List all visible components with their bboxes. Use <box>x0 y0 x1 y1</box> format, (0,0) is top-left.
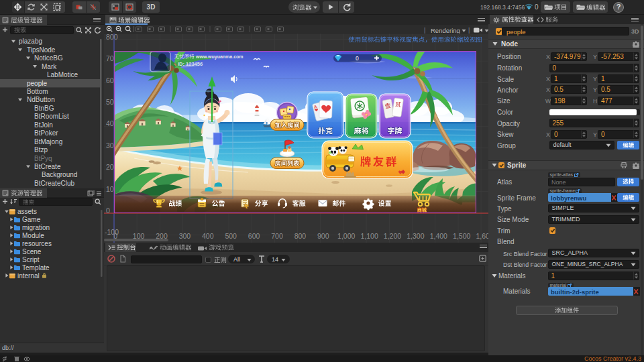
svg-text:Background: Background <box>42 171 77 178</box>
svg-text:resources: resources <box>22 240 52 247</box>
svg-text:BtnBG: BtnBG <box>34 105 54 112</box>
svg-text:people: people <box>27 80 47 87</box>
svg-text:BtCreate: BtCreate <box>34 163 61 170</box>
svg-text:Mark: Mark <box>42 63 57 70</box>
svg-text:plazabg: plazabg <box>19 38 42 45</box>
svg-text:Script: Script <box>22 256 40 263</box>
svg-text:internal: internal <box>17 272 40 280</box>
svg-text:Module: Module <box>22 232 44 239</box>
svg-text:LabMotice: LabMotice <box>47 71 78 78</box>
svg-text:TipsNode: TipsNode <box>27 46 56 54</box>
svg-text:Btzp: Btzp <box>34 146 48 154</box>
svg-text:Game: Game <box>22 216 41 223</box>
svg-text:Scene: Scene <box>22 248 42 255</box>
svg-text:BtPyq: BtPyq <box>34 155 52 162</box>
svg-text:BtRoomList: BtRoomList <box>34 113 69 120</box>
svg-text:ID: 123456: ID: 123456 <box>178 61 203 67</box>
svg-text:BtCreateClub: BtCreateClub <box>34 180 74 187</box>
svg-text:Template: Template <box>22 264 50 272</box>
svg-text:NoticeBG: NoticeBG <box>34 54 63 62</box>
svg-text:Bottom: Bottom <box>27 88 48 95</box>
svg-text:NdButton: NdButton <box>27 96 55 103</box>
svg-text:BtPoker: BtPoker <box>34 129 58 137</box>
svg-text:migration: migration <box>22 224 50 231</box>
svg-text:0: 0 <box>356 55 359 62</box>
svg-text:BtJoin: BtJoin <box>34 121 53 129</box>
svg-text:BtMajong: BtMajong <box>34 138 62 145</box>
svg-text:www.wuyuanma.com: www.wuyuanma.com <box>195 54 244 60</box>
svg-text:assets: assets <box>17 208 37 215</box>
